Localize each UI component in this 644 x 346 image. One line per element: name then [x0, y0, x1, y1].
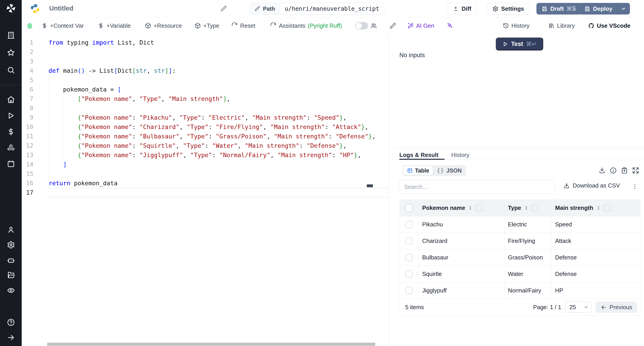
- table-cell: Speed: [552, 216, 640, 233]
- search-input[interactable]: [399, 180, 556, 194]
- code-line[interactable]: {"Pokemon name": "Charizard", "Type": "F…: [48, 122, 368, 132]
- line-number: 17: [22, 188, 33, 197]
- add-resource-button[interactable]: +Resource: [145, 17, 182, 34]
- ai-gen-button[interactable]: AI Gen: [408, 17, 434, 34]
- code-line[interactable]: def main() -> List[Dict[str, str]]:: [48, 66, 176, 75]
- right-panel: Test ⌘↵ No inputs Logs & Result History …: [393, 34, 644, 346]
- table-cell: Normal/Fairy: [504, 282, 552, 299]
- sort-icon[interactable]: [523, 205, 529, 211]
- deploy-dropdown[interactable]: [617, 6, 630, 11]
- table-cell: Water: [504, 266, 552, 282]
- row-checkbox[interactable]: [406, 287, 413, 294]
- table-controls: Download as CSV: [399, 180, 640, 194]
- table-icon: [407, 168, 413, 173]
- column-filter-toggle[interactable]: [476, 205, 483, 211]
- tab-logs-result[interactable]: Logs & Result: [399, 150, 438, 160]
- dollar-icon: [41, 22, 48, 29]
- expand-icon[interactable]: [632, 167, 639, 174]
- code-line[interactable]: {"Pokemon name": "Bulbasaur", "Type": "G…: [48, 132, 376, 141]
- arrow-right-icon[interactable]: [7, 334, 15, 342]
- folder-open-icon[interactable]: [7, 271, 15, 279]
- row-checkbox[interactable]: [406, 237, 413, 245]
- dollar-icon[interactable]: [7, 128, 15, 136]
- previous-label: Previous: [610, 304, 632, 311]
- chevron-down-icon: [620, 6, 626, 11]
- code-line[interactable]: {"Pokemon name": "Jigglypuff", "Type": "…: [48, 151, 361, 160]
- use-vscode-button[interactable]: Use VScode: [588, 17, 630, 34]
- column-filter-toggle[interactable]: [532, 205, 539, 211]
- format-brush-button[interactable]: [390, 17, 396, 34]
- add-type-button[interactable]: +Type: [194, 17, 219, 34]
- edit-title-pencil-icon[interactable]: [220, 5, 227, 12]
- line-number: 12: [22, 141, 33, 151]
- calendar-icon[interactable]: [7, 160, 15, 168]
- star-icon[interactable]: [7, 49, 15, 57]
- row-checkbox-cell: [400, 233, 418, 249]
- assistants-button[interactable]: Assistants (Pyright Ruff): [270, 17, 342, 34]
- left-sidebar: [0, 0, 22, 346]
- table-footer: 5 items Page: 1 / 1 25 Previous: [400, 299, 640, 315]
- row-checkbox[interactable]: [406, 221, 413, 228]
- add-context-var-button[interactable]: +Context Var: [41, 17, 84, 34]
- result-actions: [598, 167, 639, 174]
- row-checkbox[interactable]: [406, 270, 413, 278]
- code-line[interactable]: ]: [48, 160, 67, 169]
- pane-splitter-handle[interactable]: [367, 184, 373, 187]
- reset-button[interactable]: Reset: [232, 17, 255, 34]
- tab-history[interactable]: History: [451, 150, 469, 160]
- test-button[interactable]: Test ⌘↵: [496, 37, 543, 50]
- play-icon[interactable]: [7, 112, 15, 120]
- column-filter-toggle[interactable]: [604, 205, 611, 211]
- info-icon[interactable]: [610, 167, 617, 174]
- ai-sparkles-button[interactable]: [446, 17, 453, 34]
- path-control[interactable]: Path u/henri/maneuverable_script: [250, 3, 384, 14]
- history-label: History: [512, 22, 530, 29]
- history-button[interactable]: History: [503, 17, 530, 34]
- library-button[interactable]: Library: [548, 17, 575, 34]
- building-icon[interactable]: [7, 31, 15, 39]
- code-line[interactable]: ["Pokemon name", "Type", "Main strength"…: [48, 94, 230, 104]
- deploy-button[interactable]: Deploy: [579, 3, 630, 14]
- download-icon[interactable]: [598, 167, 606, 174]
- row-checkbox[interactable]: [406, 254, 413, 261]
- code-line[interactable]: {"Pokemon name": "Squirtle", "Type": "Wa…: [48, 141, 346, 151]
- code-line[interactable]: from typing import List, Dict: [48, 38, 154, 47]
- download-csv-button[interactable]: Download as CSV: [564, 182, 620, 189]
- sort-icon[interactable]: [467, 205, 474, 211]
- robot-icon[interactable]: [7, 256, 15, 264]
- code-line[interactable]: pokemon_data = [: [48, 85, 121, 94]
- page-size-select[interactable]: 25: [565, 302, 592, 313]
- table-cell: Attack: [552, 233, 640, 249]
- help-circle-icon[interactable]: [7, 318, 15, 326]
- horizontal-scrollbar[interactable]: [47, 343, 375, 346]
- copy-clipboard-icon[interactable]: [621, 167, 628, 174]
- boxes-icon[interactable]: [7, 144, 15, 152]
- view-json-button[interactable]: {} JSON: [433, 166, 465, 175]
- code-line[interactable]: {"Pokemon name": "Pikachu", "Type": "Ele…: [48, 113, 346, 122]
- eye-icon[interactable]: [7, 286, 15, 294]
- search-icon[interactable]: [7, 66, 15, 74]
- previous-page-button[interactable]: Previous: [596, 302, 637, 313]
- home-icon[interactable]: [7, 96, 15, 104]
- code-line[interactable]: return pokemon_data: [48, 178, 118, 188]
- code-editor[interactable]: 1234567891011121314151617 from typing im…: [22, 34, 389, 346]
- view-table-button[interactable]: Table: [404, 166, 433, 175]
- settings-button[interactable]: Settings: [487, 3, 529, 14]
- sort-icon[interactable]: [596, 205, 602, 211]
- windmill-logo-icon[interactable]: [5, 3, 16, 14]
- gear-icon[interactable]: [7, 241, 15, 249]
- multiplayer-toggle[interactable]: [355, 22, 368, 29]
- user-icon[interactable]: [7, 226, 15, 234]
- diff-button[interactable]: Diff: [448, 3, 476, 14]
- add-variable-label: +Variable: [106, 22, 131, 29]
- draft-button[interactable]: Draft ⌘S: [536, 3, 582, 14]
- panel-divider[interactable]: [393, 148, 644, 148]
- line-number: 14: [22, 160, 33, 169]
- items-count: 5 items: [405, 304, 424, 311]
- path-value[interactable]: u/henri/maneuverable_script: [280, 3, 384, 14]
- kebab-menu-icon[interactable]: [632, 182, 638, 191]
- multiplayer-button[interactable]: [370, 17, 377, 34]
- select-all-checkbox[interactable]: [406, 204, 413, 212]
- language-ready-dot: [27, 23, 32, 29]
- add-variable-button[interactable]: +Variable: [98, 17, 131, 34]
